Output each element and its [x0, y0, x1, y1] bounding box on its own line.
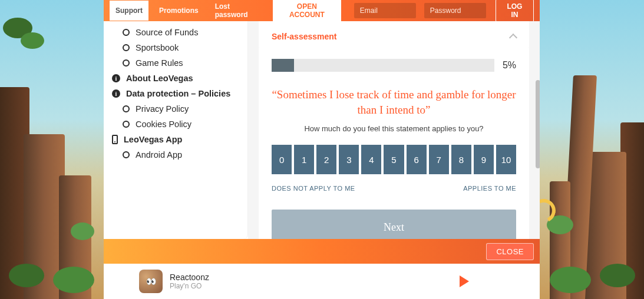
- sidebar-item-label: About LeoVegas: [126, 74, 193, 83]
- next-button[interactable]: Next: [272, 210, 516, 239]
- phone-icon: [112, 135, 118, 144]
- scale-btn-4[interactable]: 4: [361, 145, 381, 174]
- top-navigation-bar: Support Promotions Lost password OPEN AC…: [104, 0, 540, 21]
- assessment-title: Self-assessment: [272, 32, 337, 41]
- scale-btn-1[interactable]: 1: [294, 145, 314, 174]
- progress-bar: [272, 59, 494, 72]
- bullet-icon: [123, 59, 130, 67]
- play-icon[interactable]: [460, 275, 469, 287]
- close-button[interactable]: CLOSE: [486, 243, 534, 260]
- open-account-button[interactable]: OPEN ACCOUNT: [273, 0, 341, 22]
- scale-btn-3[interactable]: 3: [339, 145, 359, 174]
- game-provider: Play'n GO: [170, 282, 209, 290]
- assessment-card-header[interactable]: Self-assessment: [259, 21, 529, 47]
- progress-percent: 5%: [503, 60, 516, 71]
- scale-btn-10[interactable]: 10: [496, 145, 516, 174]
- assessment-card: 5% “Sometimes I lose track of time and g…: [259, 47, 529, 239]
- sidebar-item-label: LeoVegas App: [124, 135, 182, 144]
- bullet-icon: [123, 151, 130, 158]
- scrollbar-thumb[interactable]: [536, 80, 540, 168]
- scale-btn-5[interactable]: 5: [384, 145, 404, 174]
- scale-btn-7[interactable]: 7: [429, 145, 449, 174]
- sidebar-item-source-of-funds[interactable]: Source of Funds: [112, 25, 244, 40]
- sidebar-item-label: Data protection – Policies: [126, 89, 230, 98]
- assessment-question: “Sometimes I lose track of time and gamb…: [272, 87, 516, 117]
- footer-game-tile[interactable]: Reactoonz Play'n GO: [104, 264, 540, 299]
- scale-labels: DOES NOT APPLY TO ME APPLIES TO ME: [272, 185, 516, 192]
- bullet-icon: [123, 105, 130, 112]
- sidebar-heading-data-protection[interactable]: i Data protection – Policies: [112, 86, 244, 101]
- info-icon: i: [112, 74, 120, 82]
- info-icon: i: [112, 89, 120, 98]
- progress-row: 5%: [272, 59, 516, 72]
- chevron-up-icon: [509, 34, 517, 42]
- game-name: Reactoonz: [170, 273, 209, 282]
- sidebar-item-label: Android App: [136, 150, 182, 160]
- game-icon: [139, 270, 163, 293]
- sidebar-item-android-app[interactable]: Android App: [112, 147, 244, 162]
- app-container: Support Promotions Lost password OPEN AC…: [104, 0, 540, 299]
- scale-btn-9[interactable]: 9: [474, 145, 494, 174]
- left-rocks-art: [0, 0, 106, 299]
- right-rocks-art: [538, 0, 644, 299]
- sidebar-item-label: Cookies Policy: [136, 119, 191, 129]
- progress-fill: [272, 59, 294, 72]
- nav-support[interactable]: Support: [110, 1, 148, 21]
- sidebar-item-cookies-policy[interactable]: Cookies Policy: [112, 117, 244, 132]
- sidebar-item-label: Game Rules: [136, 58, 183, 68]
- bullet-icon: [123, 29, 130, 36]
- sidebar-item-label: Sportsbook: [136, 43, 179, 52]
- scale-btn-0[interactable]: 0: [272, 145, 292, 174]
- bullet-icon: [123, 121, 130, 128]
- close-bar: CLOSE: [104, 239, 540, 264]
- scale-high-label: APPLIES TO ME: [463, 185, 516, 192]
- nav-promotions[interactable]: Promotions: [153, 1, 204, 21]
- sidebar-item-label: Privacy Policy: [136, 104, 189, 114]
- sidebar-heading-about[interactable]: i About LeoVegas: [112, 71, 244, 86]
- scale-btn-2[interactable]: 2: [316, 145, 336, 174]
- scale-btn-8[interactable]: 8: [451, 145, 471, 174]
- sidebar: Source of Funds Sportsbook Game Rules i …: [104, 21, 248, 239]
- assessment-scale: 0 1 2 3 4 5 6 7 8 9 10: [272, 145, 516, 174]
- sidebar-item-label: Source of Funds: [136, 28, 198, 37]
- assessment-subquestion: How much do you feel this statement appl…: [272, 124, 516, 133]
- game-meta: Reactoonz Play'n GO: [170, 273, 209, 290]
- main-content: Self-assessment 5% “Sometimes I lose tra…: [248, 21, 540, 239]
- email-field[interactable]: [354, 3, 416, 18]
- password-field[interactable]: [424, 3, 486, 18]
- login-button[interactable]: LOG IN: [496, 0, 534, 22]
- sidebar-item-sportsbook[interactable]: Sportsbook: [112, 40, 244, 55]
- scale-btn-6[interactable]: 6: [407, 145, 427, 174]
- scale-low-label: DOES NOT APPLY TO ME: [272, 185, 355, 192]
- sidebar-item-privacy-policy[interactable]: Privacy Policy: [112, 101, 244, 117]
- sidebar-item-game-rules[interactable]: Game Rules: [112, 55, 244, 71]
- sidebar-heading-app[interactable]: LeoVegas App: [112, 132, 244, 147]
- bullet-icon: [123, 44, 130, 51]
